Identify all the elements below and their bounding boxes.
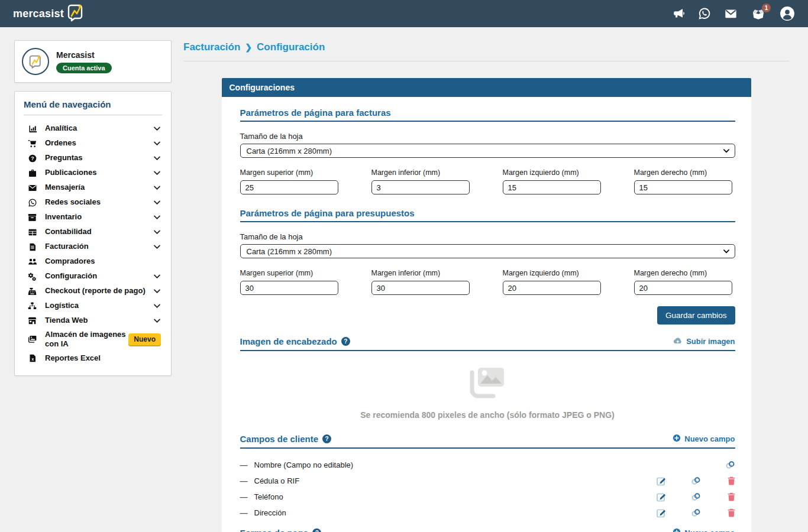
nav-menu-title: Menú de navegación [24, 99, 162, 115]
sidebar-item-reportes-excel[interactable]: x Reportes Excel [24, 351, 162, 366]
breadcrumb-parent[interactable]: Facturación [183, 41, 240, 53]
margin-left-input-facturas[interactable] [503, 180, 601, 194]
upload-image-button[interactable]: Subir imagen [673, 337, 735, 346]
register-icon [27, 287, 37, 296]
page-size-value: Carta (216mm x 280mm) [247, 247, 332, 256]
trash-icon[interactable] [701, 492, 735, 501]
drag-handle-icon[interactable]: — [240, 508, 248, 517]
sidebar-item-preguntas[interactable]: ? Preguntas [24, 151, 162, 166]
sidebar-item-configuracion[interactable]: Configuración [24, 269, 162, 284]
margin-label: Margen superior (mm) [240, 269, 338, 277]
section-title-payment-methods: Formas de pago [240, 528, 309, 532]
trash-icon[interactable] [701, 476, 735, 485]
whatsapp-icon [27, 199, 37, 207]
images-icon [27, 335, 37, 343]
margin-bottom-input-facturas[interactable] [371, 180, 470, 194]
margin-label: Margen inferior (mm) [371, 168, 470, 177]
upload-image-label: Subir imagen [686, 337, 735, 346]
chevron-down-icon [153, 273, 161, 280]
breadcrumb-current: Configuración [257, 41, 325, 53]
chevron-down-icon [153, 125, 161, 132]
sidebar-item-label: Inventario [45, 212, 82, 222]
cloud-upload-icon [673, 337, 683, 346]
margin-label: Margen derecho (mm) [634, 168, 732, 177]
trash-icon[interactable] [701, 508, 735, 517]
client-field-row: — Nombre (Campo no editable) [240, 457, 735, 473]
help-icon[interactable]: ? [341, 337, 350, 346]
sidebar-item-compradores[interactable]: Compradores [24, 254, 162, 269]
edit-icon[interactable] [632, 508, 667, 518]
image-placeholder-icon [466, 364, 509, 403]
sidebar-item-contabilidad[interactable]: Contabilidad [24, 225, 162, 239]
chevron-down-icon [153, 154, 161, 162]
brand-logo[interactable]: mercasist [13, 2, 86, 25]
envelope-icon[interactable] [725, 8, 737, 20]
sidebar-item-label: Checkout (reporte de pago) [45, 286, 146, 296]
store-icon [27, 317, 37, 325]
drag-handle-icon[interactable]: — [240, 460, 248, 469]
margin-top-input-facturas[interactable] [240, 180, 338, 194]
page-size-select-presupuestos[interactable]: Carta (216mm x 280mm) [240, 244, 735, 258]
sidebar-item-publicaciones[interactable]: Publicaciones [24, 166, 162, 180]
link-icon[interactable] [667, 492, 701, 501]
account-logo-icon [22, 48, 49, 75]
link-icon[interactable] [667, 508, 701, 517]
margin-right-input-facturas[interactable] [634, 180, 732, 194]
page-size-label: Tamaño de la hoja [240, 232, 735, 241]
table-icon [27, 229, 37, 236]
sidebar-item-mensajeria[interactable]: Mensajería [24, 180, 162, 195]
mercasist-logo-icon [65, 2, 86, 25]
sidebar-item-checkout[interactable]: Checkout (reporte de pago) [24, 284, 162, 299]
drag-handle-icon[interactable]: — [240, 476, 248, 485]
chevron-down-icon [153, 199, 161, 206]
help-icon[interactable]: ? [312, 528, 321, 532]
page-size-label: Tamaño de la hoja [240, 132, 735, 141]
sidebar-item-facturacion[interactable]: Facturación [24, 239, 162, 254]
edit-icon[interactable] [632, 492, 667, 502]
page-size-select-facturas[interactable]: Carta (216mm x 280mm) [240, 144, 735, 158]
chevron-down-icon [153, 317, 161, 325]
margin-right-input-presupuestos[interactable] [634, 281, 732, 295]
sidebar-item-ordenes[interactable]: Ordenes [24, 136, 162, 151]
sidebar-item-inventario[interactable]: Inventario [24, 210, 162, 225]
margin-label: Margen izquierdo (mm) [503, 269, 601, 277]
package-icon[interactable]: 1 [751, 8, 765, 20]
save-button[interactable]: Guardar cambios [657, 306, 735, 325]
client-field-label: Dirección [254, 508, 286, 517]
new-payment-field-button[interactable]: Nuevo campo [673, 528, 735, 532]
avatar[interactable] [780, 6, 795, 21]
sidebar-item-almacen-imagenes-ia[interactable]: Almacén de imagenes con IA Nuevo [24, 328, 162, 351]
edit-icon[interactable] [632, 476, 667, 486]
new-badge: Nuevo [128, 333, 161, 345]
section-title-header-image: Imagen de encabezado [240, 336, 337, 346]
whatsapp-icon[interactable] [699, 8, 710, 20]
drag-handle-icon[interactable]: — [240, 492, 248, 501]
margin-label: Margen superior (mm) [240, 168, 338, 177]
page-size-value: Carta (216mm x 280mm) [247, 147, 332, 155]
question-icon: ? [27, 154, 37, 163]
sidebar-item-tienda-web[interactable]: Tienda Web [24, 313, 162, 328]
sidebar-item-label: Publicaciones [45, 168, 96, 177]
margin-left-input-presupuestos[interactable] [503, 281, 601, 295]
margin-top-input-presupuestos[interactable] [240, 281, 338, 295]
archive-icon [27, 213, 37, 221]
link-icon[interactable] [667, 476, 701, 485]
new-client-field-button[interactable]: Nuevo campo [673, 434, 735, 444]
sidebar-item-analitica[interactable]: Analítica [24, 121, 162, 136]
help-icon[interactable]: ? [322, 434, 331, 443]
sidebar-item-label: Compradores [45, 257, 95, 266]
chevron-down-icon [153, 213, 161, 221]
margin-label: Margen inferior (mm) [371, 269, 470, 277]
envelope-icon [27, 184, 37, 192]
panel-title: Configuraciones [222, 78, 751, 97]
sidebar-item-logistica[interactable]: Logística [24, 299, 162, 313]
megaphone-icon[interactable] [673, 8, 684, 20]
chevron-down-icon [153, 169, 161, 177]
margin-bottom-input-presupuestos[interactable] [371, 281, 470, 295]
notification-count-badge: 1 [762, 4, 771, 12]
account-name: Mercasist [56, 50, 112, 60]
chart-icon [27, 125, 37, 133]
sidebar-item-label: Facturación [45, 242, 89, 251]
link-icon[interactable] [701, 460, 735, 469]
sidebar-item-redes-sociales[interactable]: Redes sociales [24, 195, 162, 210]
